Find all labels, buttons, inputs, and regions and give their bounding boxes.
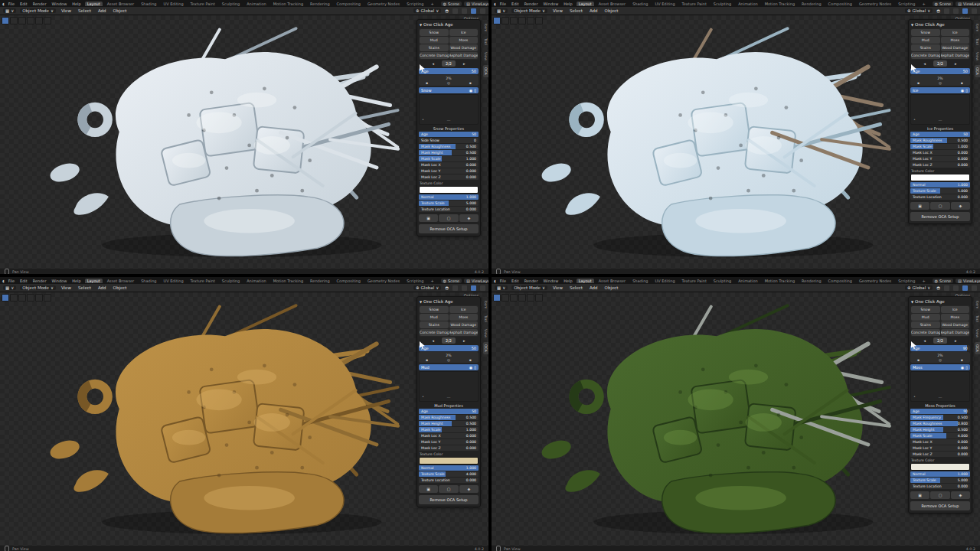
panel-header[interactable]: ▼One Click Age xyxy=(910,21,970,28)
preset-right-icon[interactable]: ▪ xyxy=(961,358,963,362)
effect-button-stains[interactable]: Stains xyxy=(911,44,940,51)
side-tab-tool[interactable]: Tool xyxy=(483,313,488,324)
effect-button-moss[interactable]: Moss xyxy=(941,37,970,44)
menu-render[interactable]: Render xyxy=(523,2,540,6)
texture-color-swatch[interactable] xyxy=(419,186,479,194)
menu-help[interactable]: Help xyxy=(70,279,82,283)
age-slider[interactable]: Age50 xyxy=(419,345,479,351)
viewlayer-selector[interactable]: ▤ViewLayer xyxy=(464,279,488,283)
property-slider-mask-scale[interactable]: Mask Scale1.000 xyxy=(419,156,479,161)
tab--[interactable]: + xyxy=(920,279,927,283)
tab-rendering[interactable]: Rendering xyxy=(308,2,332,6)
tab-asset-browser[interactable]: Asset Browser xyxy=(105,279,137,283)
age-slider[interactable]: Age50 xyxy=(910,68,970,74)
tab-asset-browser[interactable]: Asset Browser xyxy=(105,2,137,6)
property-slider-mask-loc-z[interactable]: Mask Loc Z0.000 xyxy=(419,445,479,451)
viewport-menu-add[interactable]: Add xyxy=(588,285,599,290)
effect-button-stains[interactable]: Stains xyxy=(911,321,940,328)
tab-sculpting[interactable]: Sculpting xyxy=(220,2,242,6)
preset-gear-icon[interactable]: ◎ xyxy=(939,81,942,85)
menu-window[interactable]: Window xyxy=(542,2,560,6)
effect-button-asphalt-damage[interactable]: Asphalt Damage xyxy=(449,329,479,336)
tab-texture-paint[interactable]: Texture Paint xyxy=(680,2,709,6)
menu-help[interactable]: Help xyxy=(562,2,573,6)
tool-icon[interactable] xyxy=(493,17,501,24)
property-slider-mask-loc-z[interactable]: Mask Loc Z0.000 xyxy=(419,174,479,180)
mode-dropdown[interactable]: Object Mode∨ xyxy=(511,285,547,290)
snap-magnet-icon[interactable]: ◓ xyxy=(936,285,940,290)
tab-motion-tracking[interactable]: Motion Tracking xyxy=(763,2,797,6)
pager-next-icon[interactable]: ▸ xyxy=(463,338,466,343)
texture-slider-normal[interactable]: Normal1.000 xyxy=(910,471,970,477)
viewport-menu-select[interactable]: Select xyxy=(568,8,584,13)
active-effect-bar[interactable]: Mud◉▯ xyxy=(419,364,479,370)
menu-render[interactable]: Render xyxy=(523,279,540,283)
tab-layout[interactable]: Layout xyxy=(577,279,594,283)
effect-layer-list[interactable]: •— xyxy=(910,371,970,402)
tab-geometry-nodes[interactable]: Geometry Nodes xyxy=(857,279,893,283)
scene-selector[interactable]: ◍Scene xyxy=(441,2,462,6)
property-slider-mask-loc-x[interactable]: Mask Loc X0.000 xyxy=(910,150,970,155)
side-tab-view[interactable]: View xyxy=(483,327,488,340)
menu-edit[interactable]: Edit xyxy=(510,279,521,283)
tweak-wrench-icon[interactable]: ◈ xyxy=(951,491,970,499)
side-tab-view[interactable]: View xyxy=(975,327,980,340)
visibility-eye-icon[interactable]: ◉ xyxy=(961,88,964,93)
property-slider-mask-roughness[interactable]: Mask Roughness0.500 xyxy=(419,415,479,420)
tab-scripting[interactable]: Scripting xyxy=(404,2,426,6)
property-slider-mask-scale[interactable]: Mask Scale1.000 xyxy=(419,427,479,432)
property-slider-age[interactable]: Age50 xyxy=(910,132,970,137)
orientation-dropdown[interactable]: ⊕Global∨ xyxy=(413,285,441,290)
property-slider-mask-roughness[interactable]: Mask Roughness0.800 xyxy=(910,421,970,426)
tweak-wrench-icon[interactable]: ◈ xyxy=(459,485,479,493)
preset-right-icon[interactable]: ▪ xyxy=(469,81,472,85)
preset-left-icon[interactable]: ▪ xyxy=(917,81,920,85)
tool-icon[interactable] xyxy=(18,294,26,302)
menu-file[interactable]: File xyxy=(7,279,16,283)
menu-render[interactable]: Render xyxy=(31,2,48,6)
viewport-menu-view[interactable]: View xyxy=(60,285,73,290)
effect-button-snow[interactable]: Snow xyxy=(911,29,940,36)
3d-viewport[interactable]: OptionsItemToolViewOCA▼One Click AgeSnow… xyxy=(492,292,980,546)
property-slider-mask-loc-z[interactable]: Mask Loc Z0.000 xyxy=(910,452,970,457)
ghost-icon[interactable]: ▢ xyxy=(930,202,949,210)
property-slider-age[interactable]: Age90 xyxy=(910,409,970,414)
viewport-menu-select[interactable]: Select xyxy=(77,8,93,13)
active-effect-bar[interactable]: Snow◉▯ xyxy=(419,87,479,93)
tab-shading[interactable]: Shading xyxy=(139,279,158,283)
active-effect-bar[interactable]: Ice◉▯ xyxy=(910,87,970,93)
menu-file[interactable]: File xyxy=(7,2,16,6)
tab-uv-editing[interactable]: UV Editing xyxy=(161,2,185,6)
shading-mode-icon[interactable] xyxy=(471,8,476,14)
pager-prev-icon[interactable]: ◂ xyxy=(432,338,434,343)
active-effect-bar[interactable]: Moss◉▯ xyxy=(910,364,970,370)
tab-rendering[interactable]: Rendering xyxy=(799,2,824,6)
viewlayer-selector[interactable]: ▤ViewLayer xyxy=(464,2,488,6)
shading-mode-icon[interactable] xyxy=(452,8,458,14)
bake-camera-icon[interactable]: ▣ xyxy=(419,214,438,222)
effect-button-asphalt-damage[interactable]: Asphalt Damage xyxy=(941,329,970,336)
property-slider-mask-loc-z[interactable]: Mask Loc Z0.000 xyxy=(910,162,970,168)
mode-dropdown[interactable]: Object Mode∨ xyxy=(20,8,56,13)
tab-scripting[interactable]: Scripting xyxy=(896,2,917,6)
menu-render[interactable]: Render xyxy=(31,279,48,283)
viewport-menu-view[interactable]: View xyxy=(60,8,73,13)
tool-icon[interactable] xyxy=(493,294,501,302)
preset-right-icon[interactable]: ▪ xyxy=(469,358,472,362)
effect-button-stains[interactable]: Stains xyxy=(420,321,449,328)
texture-slider-texture-scale[interactable]: Texture Scale5.000 xyxy=(910,478,970,483)
property-slider-mask-loc-x[interactable]: Mask Loc X0.000 xyxy=(419,433,479,439)
tool-icon[interactable] xyxy=(501,17,509,24)
side-tab-item[interactable]: Item xyxy=(975,21,980,34)
effect-layer-list[interactable]: •— xyxy=(419,371,479,402)
side-tab-oca[interactable]: OCA xyxy=(975,342,980,354)
effect-button-moss[interactable]: Moss xyxy=(941,314,970,321)
viewport-menu-object[interactable]: Object xyxy=(603,8,620,13)
viewport-menu-add[interactable]: Add xyxy=(96,8,108,13)
menu-edit[interactable]: Edit xyxy=(18,2,29,6)
age-slider[interactable]: Age90 xyxy=(910,345,970,351)
property-slider-mask-roughness[interactable]: Mask Roughness0.500 xyxy=(910,138,970,143)
pager-next-icon[interactable]: ▸ xyxy=(463,61,466,66)
tab-asset-browser[interactable]: Asset Browser xyxy=(596,2,629,6)
side-tab-tool[interactable]: Tool xyxy=(483,36,488,47)
